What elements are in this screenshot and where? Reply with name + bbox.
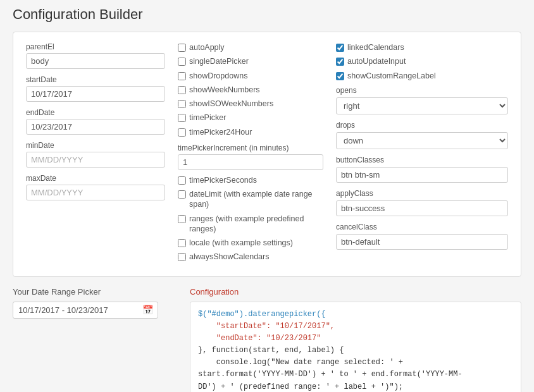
autoUpdateInput-checkbox-item[interactable]: autoUpdateInput: [336, 56, 508, 66]
showCustomRangeLabel-checkbox-item[interactable]: showCustomRangeLabel: [336, 71, 508, 81]
timePickerSeconds-label: timePickerSeconds: [189, 175, 257, 185]
showISOWeekNumbers-label: showISOWeekNumbers: [189, 99, 273, 109]
showWeekNumbers-checkbox-item[interactable]: showWeekNumbers: [178, 85, 323, 95]
code-line-4: }, function(start, end, label) {: [198, 346, 344, 355]
showWeekNumbers-label: showWeekNumbers: [189, 85, 260, 95]
ranges-checkbox[interactable]: [178, 215, 186, 223]
opens-label: opens: [336, 86, 508, 95]
code-line-6: start.format('YYYY-MM-DD') + ' to ' + en…: [198, 370, 463, 379]
singleDatePicker-label: singleDatePicker: [189, 56, 249, 66]
code-line-1: $("#demo").daterangepicker({: [198, 310, 326, 319]
singleDatePicker-checkbox[interactable]: [178, 58, 186, 66]
config-grid: parentEl startDate endDate minDate maxDa…: [26, 42, 508, 266]
autoApply-checkbox[interactable]: [178, 44, 186, 52]
maxDate-group: maxDate: [26, 174, 165, 200]
col-mid: autoApply singleDatePicker showDropdowns…: [178, 42, 323, 266]
maxDate-label: maxDate: [26, 174, 165, 183]
config-code-panel: Configuration $("#demo").daterangepicker…: [190, 287, 521, 393]
drops-group: drops down up: [336, 121, 508, 149]
dateLimit-checkbox-item[interactable]: dateLimit (with example date range span): [178, 189, 323, 210]
parentEl-label: parentEl: [26, 42, 165, 51]
minDate-group: minDate: [26, 141, 165, 168]
minDate-input[interactable]: [26, 152, 165, 168]
linkedCalendars-checkbox[interactable]: [336, 44, 344, 52]
autoApply-label: autoApply: [189, 42, 225, 52]
parentEl-input[interactable]: [26, 53, 165, 69]
linkedCalendars-checkbox-item[interactable]: linkedCalendars: [336, 42, 508, 52]
cancelClass-label: cancelClass: [336, 223, 508, 231]
col-left: parentEl startDate endDate minDate maxDa…: [26, 42, 165, 266]
timepicker-increment-label: timePickerIncrement (in minutes): [178, 144, 323, 152]
ranges-checkbox-item[interactable]: ranges (with example predefined ranges): [178, 214, 323, 235]
ranges-label: ranges (with example predefined ranges): [189, 214, 323, 235]
timePicker24Hour-label: timePicker24Hour: [189, 127, 252, 137]
showDropdowns-label: showDropdowns: [189, 71, 247, 81]
calendar-icon: 📅: [142, 305, 153, 315]
dateLimit-checkbox[interactable]: [178, 190, 186, 199]
timepicker-increment-section: timePickerIncrement (in minutes): [178, 144, 323, 175]
code-line-2: "startDate": "10/17/2017",: [198, 322, 335, 331]
parentEl-group: parentEl: [26, 42, 165, 69]
col-right: linkedCalendars autoUpdateInput showCust…: [336, 42, 508, 266]
locale-label: locale (with example settings): [189, 238, 293, 248]
startDate-group: startDate: [26, 75, 165, 102]
dateLimit-label: dateLimit (with example date range span): [189, 189, 323, 210]
endDate-group: endDate: [26, 108, 165, 135]
opens-group: opens left right center: [336, 86, 508, 114]
singleDatePicker-checkbox-item[interactable]: singleDatePicker: [178, 56, 323, 66]
autoUpdateInput-label: autoUpdateInput: [347, 56, 406, 66]
opens-select[interactable]: left right center: [336, 97, 508, 114]
code-line-5: console.log("New date range selected: ' …: [198, 358, 403, 367]
showWeekNumbers-checkbox[interactable]: [178, 86, 186, 94]
date-range-input[interactable]: [13, 302, 158, 319]
endDate-input[interactable]: [26, 119, 165, 135]
applyClass-group: applyClass: [336, 189, 508, 216]
timePicker-checkbox[interactable]: [178, 114, 186, 122]
timePicker-checkbox-item[interactable]: timePicker: [178, 113, 323, 123]
minDate-label: minDate: [26, 141, 165, 150]
startDate-label: startDate: [26, 75, 165, 84]
showISOWeekNumbers-checkbox-item[interactable]: showISOWeekNumbers: [178, 99, 323, 109]
showISOWeekNumbers-checkbox[interactable]: [178, 100, 186, 108]
timepicker-increment-input[interactable]: [178, 154, 323, 170]
buttonClasses-input[interactable]: [336, 167, 508, 183]
showDropdowns-checkbox-item[interactable]: showDropdowns: [178, 71, 323, 81]
code-line-3: "endDate": "10/23/2017": [198, 334, 321, 343]
timePickerSeconds-checkbox-item[interactable]: timePickerSeconds: [178, 175, 323, 185]
date-picker-panel: Your Date Range Picker 📅: [13, 287, 177, 393]
autoUpdateInput-checkbox[interactable]: [336, 58, 344, 66]
timePicker-label: timePicker: [189, 113, 226, 123]
timePicker24Hour-checkbox-item[interactable]: timePicker24Hour: [178, 127, 323, 137]
cancelClass-input[interactable]: [336, 234, 508, 250]
maxDate-input[interactable]: [26, 185, 165, 200]
alwaysShowCalendars-label: alwaysShowCalendars: [189, 252, 269, 262]
locale-checkbox-item[interactable]: locale (with example settings): [178, 238, 323, 248]
showDropdowns-checkbox[interactable]: [178, 72, 186, 80]
buttonClasses-group: buttonClasses: [336, 156, 508, 183]
date-range-input-wrapper: 📅: [13, 302, 158, 319]
showCustomRangeLabel-label: showCustomRangeLabel: [347, 71, 436, 81]
bottom-section: Your Date Range Picker 📅 Configuration $…: [13, 287, 521, 393]
timePickerSeconds-checkbox[interactable]: [178, 176, 186, 185]
drops-select[interactable]: down up: [336, 132, 508, 149]
startDate-input[interactable]: [26, 86, 165, 102]
linkedCalendars-label: linkedCalendars: [347, 42, 404, 52]
configuration-heading: Configuration: [190, 287, 521, 297]
applyClass-label: applyClass: [336, 189, 508, 198]
buttonClasses-label: buttonClasses: [336, 156, 508, 164]
autoApply-checkbox-item[interactable]: autoApply: [178, 42, 323, 52]
alwaysShowCalendars-checkbox[interactable]: [178, 253, 186, 261]
endDate-label: endDate: [26, 108, 165, 117]
code-line-7: DD') + ' (predefined range: ' + label + …: [198, 383, 403, 391]
showCustomRangeLabel-checkbox[interactable]: [336, 72, 344, 80]
cancelClass-group: cancelClass: [336, 223, 508, 250]
drops-label: drops: [336, 121, 508, 130]
alwaysShowCalendars-checkbox-item[interactable]: alwaysShowCalendars: [178, 252, 323, 262]
timePicker24Hour-checkbox[interactable]: [178, 128, 186, 137]
applyClass-input[interactable]: [336, 200, 508, 216]
config-panel: parentEl startDate endDate minDate maxDa…: [13, 32, 521, 277]
code-box: $("#demo").daterangepicker({ "startDate"…: [190, 302, 521, 393]
locale-checkbox[interactable]: [178, 239, 186, 247]
page-title: Configuration Builder: [13, 6, 521, 23]
date-picker-heading: Your Date Range Picker: [13, 287, 177, 297]
